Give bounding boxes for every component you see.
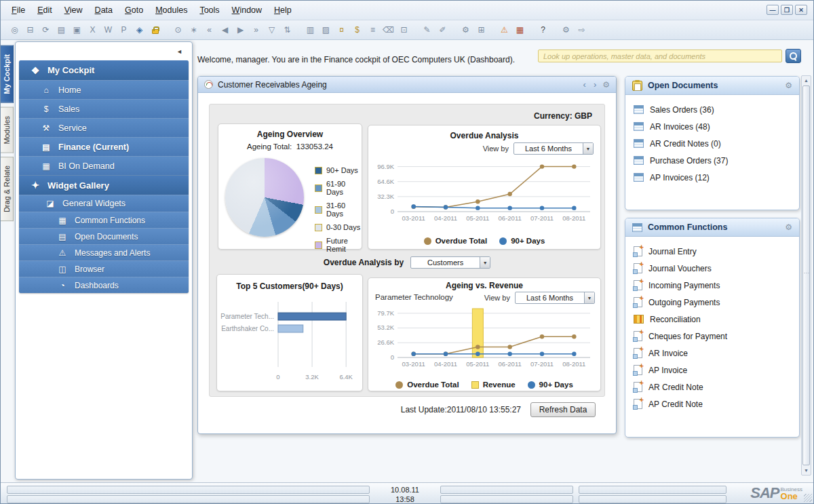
- common-fn-ap-invoice[interactable]: AP Invoice: [634, 362, 799, 379]
- chevron-down-icon[interactable]: ▼: [480, 257, 490, 268]
- common-fn-ar-credit-note[interactable]: AR Credit Note: [634, 379, 799, 395]
- common-fn-outgoing-payments[interactable]: Outgoing Payments: [634, 294, 799, 311]
- coins-icon[interactable]: ¤: [334, 23, 349, 37]
- ageing-vs-revenue-chart[interactable]: 026.6K53.2K79.7K03-201104-201105-201106-…: [370, 306, 598, 370]
- filter-icon[interactable]: ▽: [265, 23, 279, 37]
- next-record-icon[interactable]: ▶: [233, 23, 248, 37]
- warning-icon[interactable]: ⚠: [497, 23, 511, 37]
- panel-settings-icon[interactable]: ⚙: [785, 222, 792, 232]
- menu-tools[interactable]: Tools: [199, 5, 219, 15]
- export-pdf-icon[interactable]: P: [117, 23, 131, 37]
- add-record-icon[interactable]: ∗: [187, 23, 201, 37]
- side-tab-my-cockpit[interactable]: My Cockpit: [1, 45, 14, 103]
- alerts-clipboard-icon[interactable]: ▦: [513, 23, 527, 37]
- refresh-data-button[interactable]: Refresh Data: [530, 402, 596, 417]
- menu-data[interactable]: Data: [95, 5, 113, 15]
- help-icon[interactable]: ?: [536, 23, 550, 37]
- search-button[interactable]: [786, 49, 801, 63]
- last-record-icon[interactable]: »: [249, 23, 263, 37]
- side-tab-drag-relate[interactable]: Drag & Relate: [1, 157, 14, 221]
- sidebar-item-finance-current[interactable]: ▤Finance (Current): [19, 137, 189, 156]
- open-doc-ar-credit-notes-0[interactable]: AR Credit Notes (0): [634, 135, 799, 152]
- print-preview-icon[interactable]: ◎: [7, 23, 22, 37]
- close-button[interactable]: ✕: [795, 5, 807, 15]
- duplicate-icon[interactable]: ▣: [70, 23, 84, 37]
- common-fn-ar-invoice[interactable]: AR Invoice: [634, 345, 799, 362]
- vertical-scrollbar[interactable]: ▲ ⋯ ▼: [801, 75, 811, 476]
- table-settings-icon[interactable]: ⚙: [559, 23, 573, 37]
- first-record-icon[interactable]: «: [202, 23, 216, 37]
- panel-settings-icon[interactable]: ⚙: [785, 81, 792, 90]
- menu-window[interactable]: Window: [232, 5, 262, 15]
- menu-file[interactable]: File: [12, 5, 25, 15]
- overdue-by-dropdown[interactable]: Customers ▼: [410, 256, 490, 269]
- remove-icon[interactable]: ⌫: [381, 23, 395, 37]
- sidebar-item-open-documents[interactable]: ▤Open Documents: [19, 228, 189, 244]
- query-table-icon[interactable]: ⊞: [474, 23, 488, 37]
- table-export-icon[interactable]: ⇨: [575, 23, 589, 37]
- scrollbar-thumb[interactable]: ⋯: [802, 85, 810, 465]
- common-fn-reconciliation[interactable]: Reconciliation: [634, 311, 799, 328]
- journal-entry-icon[interactable]: ▥: [303, 23, 317, 37]
- cheque-icon[interactable]: $: [350, 23, 364, 37]
- sidebar-item-sales[interactable]: $Sales: [19, 99, 189, 118]
- open-doc-purchase-orders-37[interactable]: Purchase Orders (37): [634, 152, 799, 169]
- copy-pages-icon[interactable]: ≡: [366, 23, 380, 37]
- side-tab-modules[interactable]: Modules: [1, 107, 14, 153]
- sidebar-collapse-button[interactable]: ◄: [176, 48, 182, 55]
- export-excel-icon[interactable]: X: [85, 23, 100, 37]
- open-doc-ar-invoices-48[interactable]: AR Invoices (48): [634, 118, 799, 135]
- open-doc-sales-orders-36[interactable]: Sales Orders (36): [634, 101, 799, 118]
- sidebar-item-dashboards[interactable]: ◔Dashboards: [19, 277, 189, 293]
- document-send-icon[interactable]: ▨: [319, 23, 333, 37]
- menu-help[interactable]: Help: [274, 5, 292, 15]
- widget-prev-button[interactable]: ‹: [582, 79, 587, 90]
- restore-button[interactable]: ❐: [781, 5, 793, 15]
- menu-view[interactable]: View: [64, 5, 83, 15]
- ageing-pie-chart[interactable]: [225, 158, 304, 237]
- common-fn-journal-vouchers[interactable]: Journal Vouchers: [634, 260, 799, 277]
- search-document-icon[interactable]: ⊡: [397, 23, 411, 37]
- avr-view-by-dropdown[interactable]: Last 6 Months ▼: [515, 292, 595, 304]
- common-fn-cheques-for-payment[interactable]: Cheques for Payment: [634, 328, 799, 345]
- sidebar-item-home[interactable]: ⌂Home: [19, 80, 189, 99]
- sidebar-item-widget-gallery[interactable]: ✦Widget Gallery: [19, 175, 189, 195]
- open-doc-ap-invoices-12[interactable]: AP Invoices (12): [634, 169, 799, 186]
- overdue-view-by-dropdown[interactable]: Last 6 Months ▼: [513, 142, 594, 155]
- previous-record-icon[interactable]: ◀: [218, 23, 232, 37]
- export-word-icon[interactable]: W: [101, 23, 115, 37]
- common-fn-journal-entry[interactable]: Journal Entry: [634, 243, 799, 260]
- print-icon[interactable]: ⊟: [23, 23, 37, 37]
- edit-icon[interactable]: ✎: [420, 23, 434, 37]
- minimize-button[interactable]: —: [767, 5, 779, 15]
- sort-icon[interactable]: ⇅: [280, 23, 294, 37]
- find-icon[interactable]: ⊙: [171, 23, 185, 37]
- sidebar-item-service[interactable]: ⚒Service: [19, 118, 189, 137]
- chevron-down-icon[interactable]: ▼: [584, 292, 594, 303]
- resize-grip[interactable]: [804, 494, 812, 502]
- widget-next-button[interactable]: ›: [592, 79, 598, 90]
- overdue-analysis-chart[interactable]: 032.3K64.6K96.9K03-201104-201105-201106-…: [370, 157, 598, 224]
- menu-edit[interactable]: Edit: [37, 5, 52, 15]
- lock-icon[interactable]: [148, 23, 162, 37]
- menu-goto[interactable]: Goto: [125, 5, 143, 15]
- document-settings-icon[interactable]: ⚙: [459, 23, 473, 37]
- sidebar-item-messages-and-alerts[interactable]: ⚠Messages and Alerts: [19, 244, 189, 260]
- common-fn-incoming-payments[interactable]: Incoming Payments: [634, 277, 799, 294]
- sidebar-item-bi-on-demand[interactable]: ▦BI On Demand: [19, 156, 189, 175]
- document-icon[interactable]: ▤: [54, 23, 69, 37]
- menu-modules[interactable]: Modules: [155, 5, 187, 15]
- update-icon[interactable]: ⟳: [39, 23, 53, 37]
- draw-icon[interactable]: ✐: [435, 23, 450, 37]
- navigate-icon[interactable]: ◈: [132, 23, 147, 37]
- widget-settings-icon[interactable]: ⚙: [602, 80, 610, 90]
- common-fn-ap-credit-note[interactable]: AP Credit Note: [634, 395, 799, 412]
- scroll-up-icon[interactable]: ▲: [802, 76, 811, 85]
- top5-customers-chart[interactable]: 03.2K6.4KParameter Tech...Earthshaker Co…: [220, 296, 360, 386]
- search-input[interactable]: [538, 50, 782, 62]
- sidebar-item-my-cockpit[interactable]: ❖My Cockpit: [19, 60, 189, 80]
- chevron-down-icon[interactable]: ▼: [583, 143, 593, 154]
- sidebar-item-general-widgets[interactable]: ◪General Widgets: [19, 195, 189, 212]
- sidebar-item-common-functions[interactable]: ▦Common Functions: [19, 212, 189, 228]
- sidebar-item-browser[interactable]: ◫Browser: [19, 260, 189, 277]
